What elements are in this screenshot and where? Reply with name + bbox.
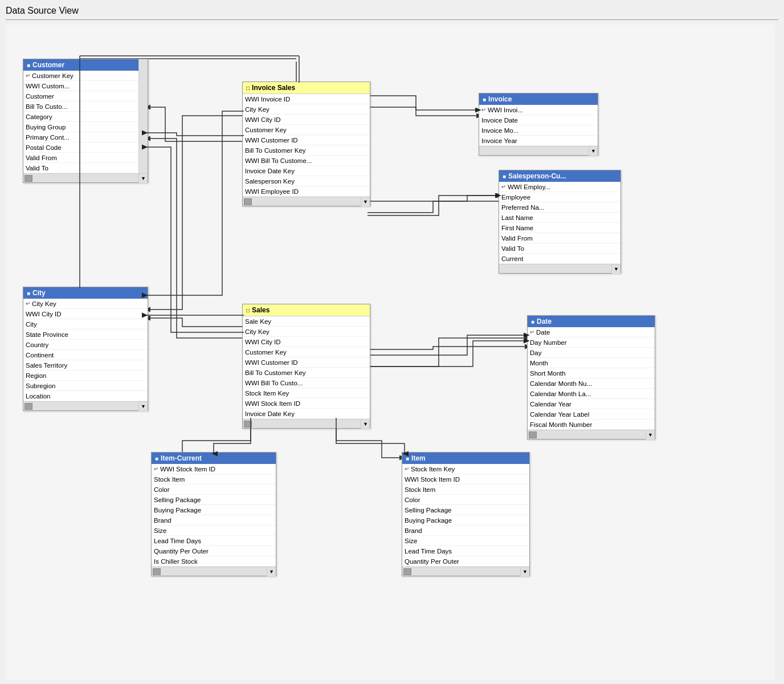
- table-row[interactable]: Short Month: [528, 368, 655, 378]
- table-row[interactable]: Preferred Na...: [499, 202, 620, 213]
- table-row[interactable]: ↵ WWI Stock Item ID: [152, 464, 276, 474]
- table-row[interactable]: Valid From: [499, 233, 620, 243]
- table-row[interactable]: Selling Package: [152, 495, 276, 505]
- table-row[interactable]: ↵ WWI Employ...: [499, 182, 620, 192]
- table-row[interactable]: WWI Stock Item ID: [402, 474, 529, 484]
- table-row[interactable]: Postal Code: [23, 142, 148, 153]
- table-salesperson[interactable]: ■ Salesperson-Cu... ↵ WWI Employ... Empl…: [499, 170, 621, 274]
- table-row[interactable]: Customer Key: [243, 125, 370, 135]
- table-row[interactable]: Invoice Mo...: [479, 125, 598, 136]
- table-row[interactable]: City Key: [243, 327, 370, 337]
- table-row[interactable]: WWI Customer ID: [243, 357, 370, 368]
- table-row[interactable]: Stock Item: [152, 474, 276, 484]
- table-row[interactable]: Size: [402, 536, 529, 546]
- table-row[interactable]: WWI Bill To Custome...: [243, 156, 370, 166]
- table-row[interactable]: WWI City ID: [243, 337, 370, 347]
- table-row[interactable]: Bill To Custo...: [23, 101, 148, 112]
- invoice-sales-icon: □: [246, 85, 250, 91]
- field-text: Employee: [501, 194, 618, 201]
- key-icon: ↵: [154, 466, 158, 472]
- table-row[interactable]: Color: [402, 495, 529, 505]
- table-row[interactable]: Employee: [499, 192, 620, 202]
- table-row[interactable]: Current: [499, 254, 620, 264]
- table-row[interactable]: Salesperson Key: [243, 176, 370, 186]
- table-row[interactable]: ↵ City Key: [23, 299, 148, 309]
- table-row[interactable]: Lead Time Days: [402, 546, 529, 556]
- table-row[interactable]: WWI Stock Item ID: [243, 398, 370, 409]
- table-row[interactable]: City Key: [243, 104, 370, 115]
- table-invoice[interactable]: ■ Invoice ↵ WWI Invoi... Invoice Date In…: [479, 93, 598, 156]
- table-row[interactable]: WWI Employee ID: [243, 186, 370, 197]
- table-row[interactable]: Quantity Per Outer: [402, 556, 529, 567]
- table-row[interactable]: ↵ Stock Item Key: [402, 464, 529, 474]
- table-row[interactable]: Brand: [152, 515, 276, 526]
- table-customer[interactable]: ■ Customer ↵ Customer Key WWI Custom... …: [23, 59, 148, 183]
- table-row[interactable]: Invoice Date: [479, 115, 598, 125]
- table-row[interactable]: Region: [23, 370, 148, 381]
- table-row[interactable]: Color: [152, 484, 276, 495]
- table-row[interactable]: Last Name: [499, 213, 620, 223]
- table-row[interactable]: Customer Key: [243, 347, 370, 357]
- table-row[interactable]: Month: [528, 358, 655, 368]
- table-row[interactable]: ↵ WWI Invoi...: [479, 105, 598, 115]
- table-item-current[interactable]: ■ Item-Current ↵ WWI Stock Item ID Stock…: [151, 452, 276, 576]
- table-row[interactable]: ↵ Date: [528, 327, 655, 337]
- table-row[interactable]: Lead Time Days: [152, 536, 276, 546]
- table-row[interactable]: Is Chiller Stock: [152, 556, 276, 567]
- table-row[interactable]: Primary Cont...: [23, 132, 148, 142]
- field-text: Bill To Customer Key: [245, 147, 368, 154]
- table-row[interactable]: Location: [23, 391, 148, 401]
- table-row[interactable]: Valid To: [23, 163, 148, 173]
- table-row[interactable]: Valid From: [23, 153, 148, 163]
- table-row[interactable]: Stock Item Key: [243, 388, 370, 398]
- field-text: First Name: [501, 225, 618, 231]
- table-row[interactable]: Sale Key: [243, 316, 370, 327]
- table-row[interactable]: Continent: [23, 350, 148, 360]
- table-row[interactable]: Valid To: [499, 243, 620, 254]
- table-row[interactable]: Invoice Year: [479, 136, 598, 146]
- table-row[interactable]: Selling Package: [402, 505, 529, 515]
- table-invoice-sales[interactable]: □ Invoice Sales WWI Invoice ID City Key …: [242, 82, 370, 206]
- table-date[interactable]: ■ Date ↵ Date Day Number Day Month Short…: [527, 315, 655, 439]
- table-row[interactable]: Day: [528, 348, 655, 358]
- table-row[interactable]: Buying Package: [402, 515, 529, 526]
- table-item[interactable]: ■ Item ↵ Stock Item Key WWI Stock Item I…: [402, 452, 530, 576]
- table-row[interactable]: ↵ Customer Key: [23, 71, 148, 81]
- table-sales[interactable]: □ Sales Sale Key City Key WWI City ID Cu…: [242, 304, 370, 429]
- table-row[interactable]: Quantity Per Outer: [152, 546, 276, 556]
- table-row[interactable]: WWI City ID: [243, 115, 370, 125]
- table-row[interactable]: WWI City ID: [23, 309, 148, 319]
- city-body: ↵ City Key WWI City ID City State Provin…: [23, 299, 148, 401]
- table-row[interactable]: Stock Item: [402, 484, 529, 495]
- table-row[interactable]: Bill To Customer Key: [243, 145, 370, 156]
- table-row[interactable]: Category: [23, 112, 148, 122]
- table-row[interactable]: Country: [23, 340, 148, 350]
- customer-body: ↵ Customer Key WWI Custom... Customer Bi…: [23, 71, 148, 173]
- table-row[interactable]: Calendar Month La...: [528, 389, 655, 399]
- table-row[interactable]: First Name: [499, 223, 620, 233]
- table-row[interactable]: Brand: [402, 526, 529, 536]
- table-row[interactable]: WWI Bill To Custo...: [243, 378, 370, 388]
- table-row[interactable]: Invoice Date Key: [243, 166, 370, 176]
- table-row[interactable]: Invoice Date Key: [243, 409, 370, 419]
- table-row[interactable]: Buying Package: [152, 505, 276, 515]
- field-text: WWI Invoi...: [488, 107, 595, 113]
- table-row[interactable]: State Province: [23, 329, 148, 340]
- table-row[interactable]: Calendar Month Nu...: [528, 378, 655, 389]
- table-row[interactable]: Subregion: [23, 381, 148, 391]
- table-row[interactable]: Bill To Customer Key: [243, 368, 370, 378]
- table-city[interactable]: ■ City ↵ City Key WWI City ID City State…: [23, 287, 148, 411]
- table-row[interactable]: WWI Customer ID: [243, 135, 370, 145]
- table-row[interactable]: Sales Territory: [23, 360, 148, 370]
- table-row[interactable]: Fiscal Month Number: [528, 420, 655, 430]
- table-row[interactable]: WWI Custom...: [23, 81, 148, 91]
- table-row[interactable]: Day Number: [528, 337, 655, 348]
- table-row[interactable]: Calendar Year: [528, 399, 655, 409]
- table-row[interactable]: City: [23, 319, 148, 329]
- city-icon: ■: [27, 290, 30, 296]
- table-row[interactable]: Size: [152, 526, 276, 536]
- table-row[interactable]: Buying Group: [23, 122, 148, 132]
- table-row[interactable]: WWI Invoice ID: [243, 94, 370, 104]
- table-row[interactable]: Calendar Year Label: [528, 409, 655, 420]
- table-row[interactable]: Customer: [23, 91, 148, 101]
